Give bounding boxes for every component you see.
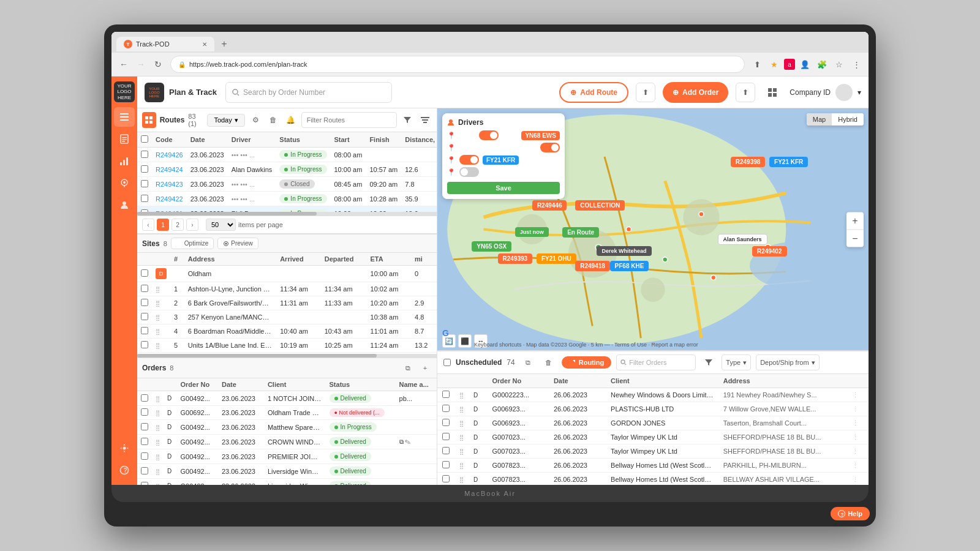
table-row[interactable]: ⣿ D G006923... 26.06.2023 PLASTICS-HUB L… — [437, 402, 869, 416]
table-row[interactable]: ⣿ D G00492... 23.06.2023 Liversidge Wind… — [137, 479, 437, 485]
add-order-button[interactable]: ⊕ Add Order — [663, 82, 728, 103]
table-row[interactable]: ⣿ 4 6 Boardman Road/Middleton/MANCHES...… — [137, 324, 437, 339]
table-row[interactable]: ⣿ D G00492... 23.06.2023 CROWN WINDOWS D… — [137, 435, 437, 449]
profile-icon[interactable]: 👤 — [797, 57, 812, 72]
table-row[interactable]: R249423 23.06.2023 ••• ••• ... Closed 08… — [137, 177, 437, 192]
row-menu-icon[interactable]: ⋮ — [852, 433, 859, 441]
row-checkbox[interactable] — [141, 151, 148, 158]
table-row[interactable]: R249422 23.06.2023 ••• ••• ... In Progre… — [137, 192, 437, 206]
company-avatar[interactable] — [835, 84, 853, 101]
table-row[interactable]: ⣿ 2 6 Bark Grove/Failsworth/Greater Man.… — [137, 296, 437, 310]
bookmark-icon[interactable]: ⬆ — [750, 57, 764, 72]
select-all-unscheduled[interactable] — [443, 359, 451, 366]
table-row[interactable]: ⣿ 5 Units 1A/Blue Lane Ind. Estate/Blue … — [137, 339, 437, 353]
grid-view-icon[interactable] — [763, 83, 782, 102]
sidebar-item-routes[interactable] — [114, 107, 135, 127]
toggle-switch-3[interactable] — [459, 155, 479, 165]
today-button[interactable]: Today ▾ — [207, 114, 244, 127]
sidebar-item-drivers[interactable] — [114, 195, 135, 215]
row-menu-icon[interactable]: ⋮ — [852, 405, 859, 413]
toggle-switch-1[interactable] — [479, 130, 499, 140]
extension-icon[interactable]: a — [784, 59, 795, 70]
filter-routes-input[interactable] — [301, 112, 397, 128]
sites-scroll[interactable] — [137, 354, 437, 358]
copy-icon[interactable]: ⧉ — [401, 361, 415, 375]
new-tab-button[interactable]: + — [216, 36, 233, 53]
table-row[interactable]: ⣿ 1 Ashton-U-Lyne, Junction Trade Park..… — [137, 282, 437, 296]
bookmark-manager-icon[interactable]: ☆ — [832, 57, 846, 72]
table-row[interactable]: R249421 23.06.2023 Phil Burns In Progres… — [137, 206, 437, 212]
table-row[interactable]: R249424 23.06.2023 Alan Dawkins In Progr… — [137, 162, 437, 177]
row-checkbox[interactable] — [141, 195, 148, 202]
table-row[interactable]: ⣿ D G00492... 23.06.2023 Matthew Sparesw… — [137, 420, 437, 435]
close-icon[interactable]: ✕ — [202, 41, 207, 48]
table-row[interactable]: ⣿ 3 257 Kenyon Lane/MANCHESTER/Greater..… — [137, 310, 437, 324]
table-row[interactable]: ⣿ D G007823... 26.06.2023 Bellway Homes … — [437, 459, 869, 473]
sidebar-item-tracking[interactable] — [114, 173, 135, 193]
depot-dropdown[interactable]: Depot/Ship from ▾ — [756, 354, 819, 370]
row-menu-icon[interactable]: ⋮ — [852, 448, 859, 455]
bell-icon[interactable]: 🔔 — [284, 112, 298, 128]
reload-button[interactable]: ↻ — [151, 57, 165, 72]
filter-icon-unscheduled[interactable] — [701, 354, 717, 370]
items-per-page-select[interactable]: 50 100 — [206, 219, 236, 231]
table-row[interactable]: ⣿ D G007023... 26.06.2023 Taylor Wimpey … — [437, 444, 869, 459]
table-row[interactable]: ⣿ D G00492... 23.06.2023 Liversidge Wind… — [137, 464, 437, 479]
delete-unscheduled-icon[interactable]: 🗑 — [541, 354, 557, 370]
table-row[interactable]: ⣿ D G007823... 26.06.2023 Bellway Homes … — [437, 473, 869, 485]
next-page-button[interactable]: › — [186, 219, 198, 231]
table-row[interactable]: ⣿ D G00492... 23.06.2023 PREMIER JOINERY… — [137, 449, 437, 464]
search-bar[interactable]: Search by Order Number — [225, 82, 392, 103]
sidebar-item-help[interactable]: ? — [114, 460, 135, 480]
active-tab[interactable]: T Track-POD ✕ — [116, 37, 214, 51]
add-route-button[interactable]: ⊕ Add Route — [559, 82, 628, 103]
row-checkbox[interactable] — [141, 180, 148, 187]
horizontal-scroll[interactable] — [137, 212, 437, 216]
zoom-out-button[interactable]: − — [846, 230, 864, 247]
table-row[interactable]: R249426 23.06.2023 ••• ••• ... In Progre… — [137, 148, 437, 162]
routing-button[interactable]: Routing — [562, 356, 612, 369]
map-type-hybrid-button[interactable]: Hybrid — [832, 113, 864, 126]
chevron-down-icon[interactable]: ▾ — [858, 88, 861, 97]
extensions-icon[interactable]: 🧩 — [815, 57, 829, 72]
map-type-map-button[interactable]: Map — [807, 113, 832, 126]
row-checkbox[interactable] — [141, 165, 148, 173]
row-menu-icon[interactable]: ⋮ — [852, 462, 859, 469]
delete-icon[interactable]: 🗑 — [266, 112, 280, 128]
sidebar-item-orders[interactable] — [114, 129, 135, 149]
settings-icon[interactable]: ⚙ — [249, 112, 263, 128]
table-row[interactable]: ⣿ D G007023... 26.06.2023 Taylor Wimpey … — [437, 430, 869, 444]
sidebar-item-analytics[interactable] — [114, 151, 135, 171]
prev-page-button[interactable]: ‹ — [142, 219, 154, 231]
filter-icon[interactable] — [401, 112, 415, 128]
toggle-switch-2[interactable] — [540, 143, 560, 152]
table-row[interactable]: ⣿ D G00492... 23.06.2023 1 NOTCH JOINERY… — [137, 391, 437, 406]
table-row[interactable]: ⣿ D G00692... 23.06.2023 Oldham Trade Ca… — [137, 406, 437, 420]
forward-button[interactable]: → — [134, 57, 148, 72]
address-bar[interactable]: 🔒 https://web.track-pod.com/en/plan-trac… — [170, 56, 745, 73]
upload-icon[interactable]: ⬆ — [636, 83, 655, 102]
page-2-button[interactable]: 2 — [172, 219, 184, 231]
copy-unscheduled-icon[interactable]: ⧉ — [520, 354, 536, 370]
preview-button[interactable]: Preview — [217, 238, 258, 249]
add-order-icon[interactable]: + — [418, 361, 432, 375]
type-dropdown[interactable]: Type ▾ — [722, 354, 751, 370]
select-all-routes[interactable] — [141, 135, 148, 143]
row-menu-icon[interactable]: ⋮ — [852, 419, 859, 427]
upload-order-icon[interactable]: ⬆ — [736, 83, 755, 102]
back-button[interactable]: ← — [116, 57, 131, 72]
star-icon[interactable]: ★ — [767, 57, 782, 72]
toggle-switch-4[interactable] — [459, 167, 479, 177]
optimize-button[interactable]: Optimize — [171, 238, 214, 249]
row-menu-icon[interactable]: ⋮ — [852, 476, 859, 483]
view-options-icon[interactable] — [418, 112, 432, 128]
table-row[interactable]: ⣿ D G0002223... 26.06.2023 Newhey Window… — [437, 388, 869, 402]
save-button[interactable]: Save — [447, 182, 560, 194]
map-tool-2[interactable]: ⬛ — [458, 334, 472, 348]
table-row[interactable]: D Oldham 10:00 am 0 — [137, 266, 437, 282]
zoom-in-button[interactable]: + — [846, 212, 864, 229]
row-menu-icon[interactable]: ⋮ — [852, 391, 859, 399]
table-row[interactable]: ⣿ D G006923... 26.06.2023 GORDON JONES T… — [437, 416, 869, 430]
page-1-button[interactable]: 1 — [157, 219, 169, 231]
menu-icon[interactable]: ⋮ — [849, 57, 864, 72]
